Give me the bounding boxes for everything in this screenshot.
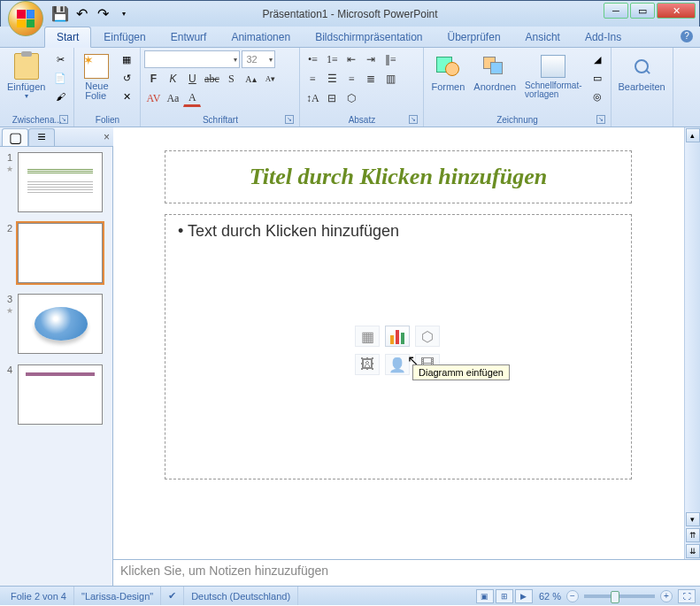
indent-dec-button[interactable]: ⇤ [342,50,360,68]
thumbnail[interactable]: 4 [0,359,112,430]
group-label [615,124,669,126]
zoom-slider[interactable] [584,594,655,598]
align-left-button[interactable]: ≡ [304,70,321,88]
normal-view-button[interactable]: ▣ [476,589,494,603]
char-spacing-button[interactable]: AV [144,89,162,107]
tab-entwurf[interactable]: Entwurf [158,27,219,47]
tab-ansicht[interactable]: Ansicht [513,27,573,47]
layout-button[interactable]: ▦ [117,50,136,68]
indent-inc-button[interactable]: ⇥ [362,50,380,68]
maximize-button[interactable]: ▭ [630,3,655,19]
tab-ueberpruefen[interactable]: Überprüfen [435,27,513,47]
align-center-button[interactable]: ☰ [323,70,341,88]
copy-button[interactable]: 📄 [50,69,70,87]
shapes-button[interactable]: Formen [427,50,468,94]
close-button[interactable]: ✕ [657,3,696,19]
find-button[interactable]: Bearbeiten [615,50,669,94]
save-button[interactable]: 💾 [50,4,70,24]
status-bar: Folie 2 von 4 "Larissa-Design" ✔ Deutsch… [0,586,700,605]
insert-picture-icon[interactable]: 🖼 [355,354,380,375]
bullets-button[interactable]: •≡ [304,50,321,68]
columns-button[interactable]: ▥ [381,70,399,88]
zoom-out-button[interactable]: − [566,590,579,602]
underline-button[interactable]: U [183,70,201,88]
smartart-button[interactable]: ⬡ [342,89,360,107]
fit-window-button[interactable]: ⛶ [678,589,696,603]
qat-customize[interactable]: ▾ [114,4,134,24]
language-indicator[interactable]: Deutsch (Deutschland) [184,587,298,605]
next-slide-icon[interactable]: ⇊ [686,544,700,558]
new-slide-button[interactable]: Neue Folie [78,50,115,103]
grow-font-button[interactable]: A▴ [242,70,259,88]
line-spacing-button[interactable]: ‖≡ [381,50,399,68]
shrink-font-button[interactable]: A▾ [261,70,279,88]
thumbnail[interactable]: 1★ [0,147,112,218]
justify-button[interactable]: ≣ [362,70,380,88]
panel-tabs: ▢ ≡ × [0,127,113,147]
thumbnail[interactable]: 3★ [0,288,112,359]
shape-outline-button[interactable]: ▭ [588,69,607,87]
tab-addins[interactable]: Add-Ins [573,27,634,47]
launcher-icon[interactable]: ↘ [59,115,68,124]
insert-smartart-icon[interactable]: ⬡ [415,326,440,347]
format-painter-button[interactable]: 🖌 [50,88,70,105]
align-text-button[interactable]: ⊟ [323,89,341,107]
slide-indicator[interactable]: Folie 2 von 4 [4,587,74,605]
strike-button[interactable]: abc [203,70,220,88]
content-placeholder[interactable]: Text durch Klicken hinzufügen ▦ ⬡ 🖼 👤 🎞 … [165,214,632,479]
italic-button[interactable]: K [164,70,181,88]
title-placeholder[interactable]: Titel durch Klicken hinzufügen [165,150,632,203]
paste-button[interactable]: Einfügen▾ [4,50,49,102]
shadow-button[interactable]: S [222,70,240,88]
slide-canvas[interactable]: Titel durch Klicken hinzufügen Text durc… [150,138,646,492]
tab-start[interactable]: Start [44,27,91,48]
slides-tab[interactable]: ▢ [2,128,28,146]
launcher-icon[interactable]: ↘ [596,115,605,124]
redo-button[interactable]: ↷ [93,4,112,24]
font-size-combo[interactable]: 32 [242,50,275,68]
insert-clipart-icon[interactable]: 👤 [385,354,410,375]
delete-slide-button[interactable]: ✕ [117,88,136,105]
tab-einfuegen[interactable]: Einfügen [91,27,158,47]
scroll-up-icon[interactable]: ▴ [686,128,700,142]
vertical-scrollbar[interactable]: ▴ ▾ ⇈ ⇊ [684,127,700,559]
numbering-button[interactable]: 1≡ [323,50,341,68]
shape-effects-button[interactable]: ◎ [588,88,607,105]
quickstyles-button[interactable]: Schnellformat- vorlagen [521,50,585,101]
canvas-area[interactable]: Titel durch Klicken hinzufügen Text durc… [113,127,700,559]
arrange-button[interactable]: Anordnen [470,50,519,94]
help-icon[interactable]: ? [681,30,693,42]
undo-button[interactable]: ↶ [72,4,91,24]
tab-bildschirm[interactable]: Bildschirmpräsentation [303,27,435,47]
zoom-level[interactable]: 62 % [534,591,566,602]
insert-table-icon[interactable]: ▦ [355,326,380,347]
bold-button[interactable]: F [144,70,162,88]
notes-pane[interactable]: Klicken Sie, um Notizen hinzuzufügen [113,559,700,586]
change-case-button[interactable]: Aa [164,89,181,107]
tab-animationen[interactable]: Animationen [219,27,303,47]
align-right-button[interactable]: ≡ [342,70,360,88]
cut-button[interactable]: ✂ [50,50,70,68]
insert-chart-icon[interactable] [385,326,410,347]
reset-button[interactable]: ↺ [117,69,136,87]
group-label: Schriftart↘ [144,114,296,126]
zoom-in-button[interactable]: + [660,590,673,602]
theme-indicator[interactable]: "Larissa-Design" [74,587,161,605]
scroll-down-icon[interactable]: ▾ [686,512,700,526]
launcher-icon[interactable]: ↘ [285,115,294,124]
panel-close-icon[interactable]: × [104,131,110,143]
slideshow-view-button[interactable]: ▶ [515,589,533,603]
office-button[interactable] [8,1,43,36]
outline-tab[interactable]: ≡ [28,128,55,146]
prev-slide-icon[interactable]: ⇈ [686,528,700,542]
sorter-view-button[interactable]: ⊞ [496,589,513,603]
animation-icon: ★ [6,306,13,315]
font-color-button[interactable]: A [183,89,201,107]
font-family-combo[interactable] [144,50,240,68]
shape-fill-button[interactable]: ◢ [588,50,607,68]
thumbnail[interactable]: 2 [0,218,112,288]
minimize-button[interactable]: ─ [604,3,628,19]
launcher-icon[interactable]: ↘ [409,115,418,124]
text-direction-button[interactable]: ↕A [304,89,321,107]
spellcheck-icon[interactable]: ✔ [161,587,184,605]
